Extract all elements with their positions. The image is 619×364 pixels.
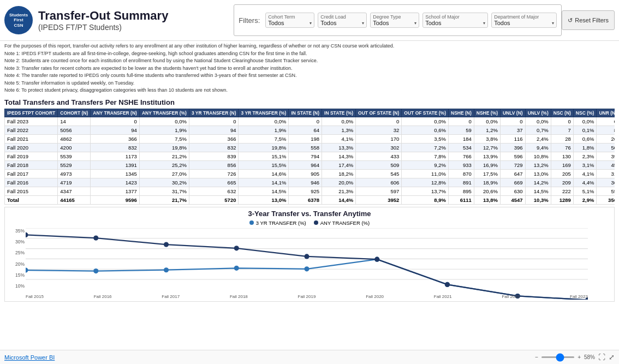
table-cell: 726 — [189, 169, 239, 178]
table-cell: 7,2% — [402, 143, 449, 152]
table-cell: 4,1% — [573, 169, 597, 178]
table-cell: 509 — [356, 160, 402, 169]
table-cell: 5056 — [58, 126, 91, 134]
x-axis-label: Fall 2019 — [298, 294, 316, 299]
sub-title: (IPEDS FT/PT Students) — [38, 23, 234, 32]
table-cell: 839 — [189, 152, 239, 160]
filter-department-of-major[interactable]: Department of Major Todos ▾ — [491, 13, 557, 28]
table-wrapper[interactable]: IPEDS FTPT COHORTCOHORT (N)ANY TRANSFER … — [4, 109, 615, 205]
y-axis-label: 15% — [9, 272, 25, 278]
table-cell: Fall 2017 — [5, 169, 58, 178]
table-cell: 21,3% — [322, 187, 356, 195]
x-axis-label: Fall 2021 — [434, 294, 452, 299]
table-total-row: Total44165959621,7%572013,0%637814,4%395… — [5, 195, 615, 204]
table-cell: 7,5% — [139, 134, 189, 143]
chevron-down-icon: ▾ — [362, 21, 364, 26]
table-cell: 14,5% — [239, 187, 289, 195]
table-cell: 2,3% — [573, 152, 597, 160]
x-axis-label: Fall 2017 — [162, 294, 180, 299]
table-cell: 39 — [597, 152, 615, 160]
filter-school-of-major[interactable]: School of Major Todos ▾ — [422, 13, 488, 28]
table-col-header: OUT OF STATE (N) — [356, 109, 402, 117]
table-cell: 0 — [551, 117, 573, 126]
table-cell: 11,0% — [402, 169, 449, 178]
table-cell: 21,2% — [139, 152, 189, 160]
table-cell: 94 — [189, 126, 239, 134]
table-cell: 15,1% — [239, 152, 289, 160]
fullscreen-icon[interactable]: ⤢ — [609, 353, 615, 361]
expand-icon[interactable]: ⛶ — [598, 353, 605, 361]
filter-cohort-term[interactable]: Cohort Term Todos ▾ — [265, 13, 314, 28]
table-cell: 59 — [449, 126, 474, 134]
note-item: For the purposes of this report, transfe… — [4, 43, 615, 50]
legend-label: ANY TRANSFER (%) — [320, 220, 370, 226]
table-cell: Fall 2021 — [5, 134, 58, 143]
chart-data-point — [304, 266, 309, 271]
x-axis-label: Fall 2015 — [26, 294, 44, 299]
filter-value-department-of-major: Todos — [494, 20, 510, 26]
table-col-header: 3 YR TRANSFER (N) — [189, 109, 239, 117]
table-col-header: UNR (N) — [597, 109, 615, 117]
chart-legend: 3 YR TRANSFER (%) ANY TRANSFER (%) — [9, 220, 610, 226]
filter-value-credit-load: Todos — [320, 20, 336, 26]
data-table: IPEDS FTPT COHORTCOHORT (N)ANY TRANSFER … — [4, 109, 615, 205]
table-cell: 7,8% — [402, 152, 449, 160]
chevron-down-icon: ▾ — [552, 21, 554, 26]
table-cell: 4719 — [58, 178, 91, 187]
table-cell: 7,5% — [239, 134, 289, 143]
table-cell: 4973 — [58, 169, 91, 178]
x-axis-label: Fall 2020 — [366, 294, 384, 299]
header: StudentsFirstCSN Transfer-Out Summary (I… — [0, 0, 619, 41]
table-cell: 36 — [597, 178, 615, 187]
table-cell: 64 — [289, 126, 322, 134]
table-cell: 16,9% — [474, 160, 500, 169]
filter-credit-load[interactable]: Credit Load Todos ▾ — [318, 13, 367, 28]
table-cell: Fall 2020 — [5, 143, 58, 152]
table-col-header: 3 YR TRANSFER (%) — [239, 109, 289, 117]
table-col-header: IN STATE (N) — [289, 109, 322, 117]
table-cell: 0 — [189, 117, 239, 126]
table-cell: 7 — [551, 126, 573, 134]
chart-data-point — [26, 232, 28, 237]
filter-label-credit-load: Credit Load — [320, 14, 364, 20]
filter-value-school-of-major: Todos — [425, 20, 441, 26]
table-cell: 13,0% — [525, 169, 551, 178]
table-cell: 0,0% — [573, 117, 597, 126]
reset-filters-button[interactable]: ↺ Reset Filters — [562, 10, 615, 30]
table-total-cell: 44165 — [58, 195, 91, 204]
zoom-plus-icon[interactable]: + — [578, 354, 581, 360]
title-block: Transfer-Out Summary (IPEDS FT/PT Studen… — [38, 9, 234, 32]
table-cell: 0,0% — [239, 117, 289, 126]
table-cell: 94 — [91, 126, 140, 134]
table-cell: 832 — [189, 143, 239, 152]
table-cell: 946 — [289, 178, 322, 187]
table-col-header: NSC (%) — [573, 109, 597, 117]
table-cell: 205 — [551, 169, 573, 178]
table-title: Total Transfers and Transfers Per NSHE I… — [4, 98, 615, 106]
table-cell: 1,3% — [322, 126, 356, 134]
zoom-slider[interactable] — [541, 356, 574, 358]
table-cell: 18,9% — [474, 178, 500, 187]
notes-section: For the purposes of this report, transfe… — [0, 41, 619, 96]
table-cell: 3,5% — [402, 134, 449, 143]
table-cell: 606 — [356, 178, 402, 187]
table-total-cell: 356 — [597, 195, 615, 204]
logo-text: StudentsFirstCSN — [9, 13, 28, 28]
filters-area: Filters: Cohort Term Todos ▾ Credit Load… — [234, 4, 562, 36]
filter-label-school-of-major: School of Major — [425, 14, 485, 20]
table-cell: 31,7% — [139, 187, 189, 195]
table-cell: 596 — [500, 152, 525, 160]
table-cell: 76 — [551, 143, 573, 152]
table-total-cell: 21,7% — [139, 195, 189, 204]
table-col-header: ANY TRANSFER (%) — [139, 109, 189, 117]
table-cell: 964 — [289, 160, 322, 169]
table-cell: 630 — [500, 187, 525, 195]
power-bi-link[interactable]: Microsoft Power BI — [4, 354, 55, 361]
chart-data-point — [374, 256, 379, 261]
table-cell: 1345 — [91, 169, 140, 178]
filter-value-cohort-term: Todos — [268, 20, 284, 26]
chart-title: 3-Year Transfer vs. Transfer Anytime — [9, 210, 610, 218]
table-cell: 209 — [551, 178, 573, 187]
filter-degree-type[interactable]: Degree Type Todos ▾ — [370, 13, 419, 28]
zoom-minus-icon[interactable]: − — [535, 354, 538, 360]
